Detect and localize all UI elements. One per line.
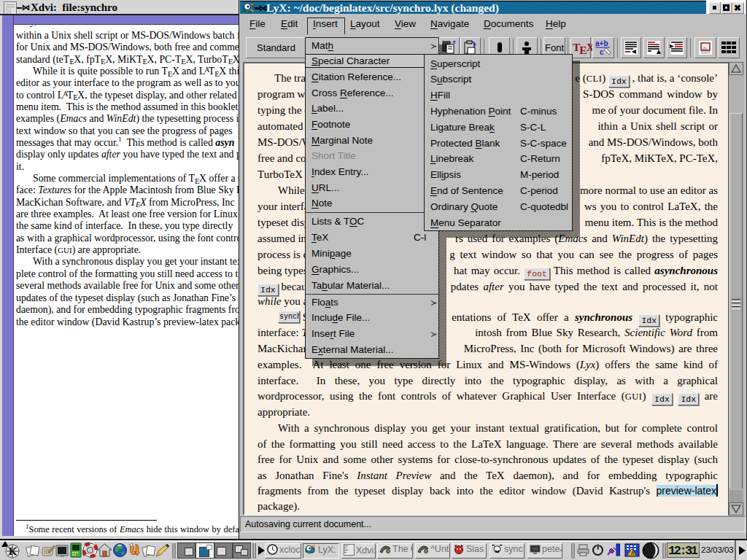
svg-text:+: +: [452, 39, 456, 46]
svg-text:A: A: [631, 551, 635, 556]
svg-text:K: K: [9, 546, 17, 557]
svg-text:c: c: [600, 48, 604, 56]
svg-text:a+b: a+b: [595, 39, 608, 47]
